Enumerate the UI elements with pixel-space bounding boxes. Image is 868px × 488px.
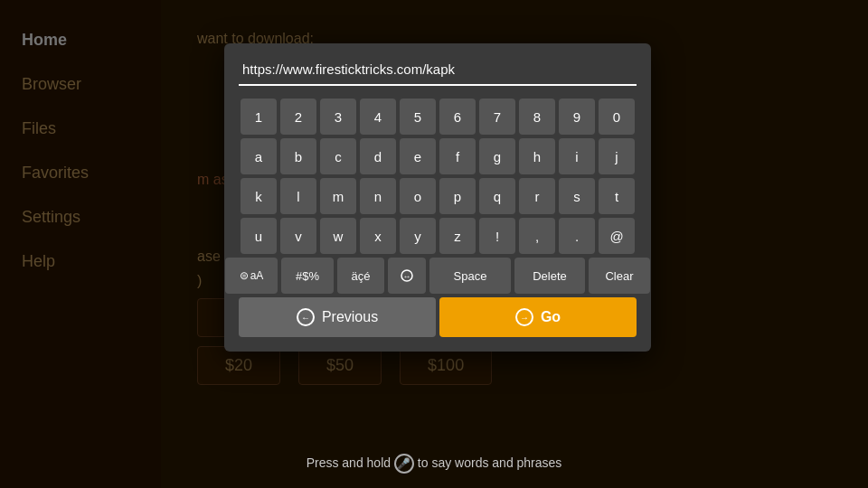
keyboard: 1 2 3 4 5 6 7 8 9 0 a b c d e f g h i j … (239, 99, 637, 337)
key-9[interactable]: 9 (559, 99, 595, 135)
key-o[interactable]: o (400, 178, 436, 214)
key-r[interactable]: r (519, 178, 555, 214)
key-p[interactable]: p (439, 178, 476, 214)
key-x[interactable]: x (360, 218, 396, 254)
letter-row-1: a b c d e f g h i j (239, 138, 637, 174)
key-w[interactable]: w (320, 218, 356, 254)
key-q[interactable]: q (479, 178, 515, 214)
keyboard-dialog: 1 2 3 4 5 6 7 8 9 0 a b c d e f g h i j … (224, 43, 651, 352)
key-c[interactable]: c (320, 138, 356, 174)
key-e[interactable]: e (400, 138, 436, 174)
key-5[interactable]: 5 (400, 99, 436, 135)
key-u[interactable]: u (241, 218, 277, 254)
key-cursor-left[interactable]: ↔ (388, 258, 426, 294)
key-b[interactable]: b (280, 138, 316, 174)
key-at[interactable]: @ (599, 218, 635, 254)
mic-icon: 🎤 (394, 454, 414, 474)
key-j[interactable]: j (599, 138, 635, 174)
key-2[interactable]: 2 (280, 99, 316, 135)
key-a[interactable]: a (241, 138, 277, 174)
special-keys-row: ⊜ aA #$% äçé ↔ Space Delete Clear (239, 258, 637, 294)
key-k[interactable]: k (241, 178, 277, 214)
key-h[interactable]: h (519, 138, 555, 174)
key-7[interactable]: 7 (479, 99, 515, 135)
key-t[interactable]: t (599, 178, 635, 214)
key-g[interactable]: g (479, 138, 515, 174)
key-symbols-toggle[interactable]: #$% (281, 258, 334, 294)
key-1[interactable]: 1 (241, 99, 277, 135)
key-period[interactable]: . (559, 218, 595, 254)
key-accents-toggle[interactable]: äçé (337, 258, 384, 294)
key-space[interactable]: Space (429, 258, 511, 294)
key-n[interactable]: n (360, 178, 396, 214)
key-clear[interactable]: Clear (589, 258, 650, 294)
key-abc-toggle[interactable]: ⊜ aA (225, 258, 278, 294)
key-3[interactable]: 3 (320, 99, 356, 135)
url-input[interactable] (239, 58, 637, 86)
previous-button[interactable]: ← Previous (239, 297, 436, 337)
number-row: 1 2 3 4 5 6 7 8 9 0 (239, 99, 637, 135)
key-8[interactable]: 8 (519, 99, 555, 135)
letter-row-3: u v w x y z ! , . @ (239, 218, 637, 254)
key-d[interactable]: d (360, 138, 396, 174)
key-z[interactable]: z (439, 218, 476, 254)
action-row: ← Previous → Go (239, 297, 637, 337)
key-4[interactable]: 4 (360, 99, 396, 135)
bottom-hint: Press and hold 🎤 to say words and phrase… (0, 454, 868, 474)
key-m[interactable]: m (320, 178, 356, 214)
key-s[interactable]: s (559, 178, 595, 214)
letter-row-2: k l m n o p q r s t (239, 178, 637, 214)
go-button[interactable]: → Go (439, 297, 637, 337)
key-f[interactable]: f (439, 138, 476, 174)
key-delete[interactable]: Delete (514, 258, 585, 294)
key-y[interactable]: y (400, 218, 436, 254)
key-0[interactable]: 0 (599, 99, 635, 135)
key-exclaim[interactable]: ! (479, 218, 515, 254)
key-i[interactable]: i (559, 138, 595, 174)
key-6[interactable]: 6 (439, 99, 476, 135)
svg-text:↔: ↔ (403, 272, 411, 281)
key-comma[interactable]: , (519, 218, 555, 254)
key-v[interactable]: v (280, 218, 316, 254)
key-l[interactable]: l (280, 178, 316, 214)
